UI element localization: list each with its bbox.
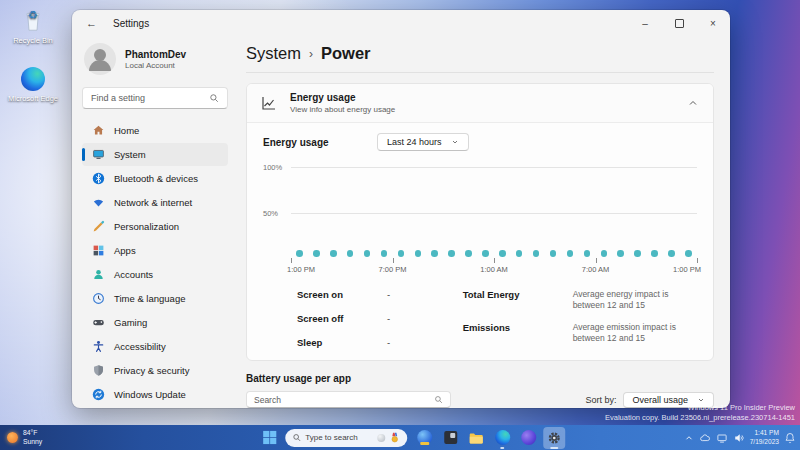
desktop-icon-label: Recycle Bin: [13, 36, 53, 45]
stat-value: -: [387, 337, 390, 348]
sidebar-item-privacy-security[interactable]: Privacy & security: [82, 359, 228, 382]
start-button[interactable]: [259, 428, 279, 448]
settings-search-input[interactable]: Find a setting: [82, 87, 228, 109]
sidebar-nav: HomeSystemBluetooth & devicesNetwork & i…: [82, 119, 228, 406]
user-account[interactable]: PhantomDev Local Account: [82, 38, 228, 79]
energy-card-title: Energy usage: [290, 92, 395, 103]
stat-row-total-energy: Total EnergyAverage energy impact is bet…: [463, 289, 697, 312]
settings-search-placeholder: Find a setting: [91, 93, 205, 103]
sidebar-item-system[interactable]: System: [82, 143, 228, 166]
sidebar-item-bluetooth-devices[interactable]: Bluetooth & devices: [82, 167, 228, 190]
desktop-icon-edge[interactable]: Microsoft Edge: [4, 66, 62, 103]
taskbar-app-copilot-preview-icon[interactable]: [413, 427, 435, 449]
accounts-icon: [92, 268, 105, 281]
sidebar-item-apps[interactable]: Apps: [82, 239, 228, 262]
content-scroll-area: Energy usage View info about energy usag…: [246, 73, 714, 408]
copilot-preview-icon: [417, 430, 432, 445]
close-button[interactable]: ×: [696, 10, 730, 36]
window-title: Settings: [113, 18, 149, 29]
tray-date: 7/19/2023: [750, 438, 779, 447]
home-icon: [92, 124, 105, 137]
gridline-50: [291, 213, 697, 214]
taskbar-app-edge-icon[interactable]: [491, 427, 513, 449]
breadcrumb-separator: ›: [309, 47, 313, 61]
sidebar-item-accounts[interactable]: Accounts: [82, 263, 228, 286]
energy-usage-filter-label: Energy usage: [263, 137, 377, 148]
apps-icon: [92, 244, 105, 257]
store-icon: [521, 430, 536, 445]
stat-row-screen-off: Screen off-: [297, 313, 463, 324]
sidebar-item-label: Time & language: [114, 293, 185, 304]
sidebar-item-gaming[interactable]: Gaming: [82, 311, 228, 334]
taskbar-app-store-icon[interactable]: [517, 427, 539, 449]
sidebar-item-label: Apps: [114, 245, 136, 256]
energy-stats-left: Screen on-Screen off-Sleep-: [263, 289, 463, 348]
stat-label: Screen on: [297, 289, 387, 300]
system-icon: [92, 148, 105, 161]
sidebar-item-label: Privacy & security: [114, 365, 190, 376]
sidebar-item-label: Bluetooth & devices: [114, 173, 198, 184]
stat-value: Average energy impact is between 12 and …: [573, 289, 697, 312]
sidebar-item-personalization[interactable]: Personalization: [82, 215, 228, 238]
minimize-button[interactable]: –: [628, 10, 662, 36]
notifications-bell-icon[interactable]: [784, 432, 796, 444]
maximize-button[interactable]: [662, 10, 696, 36]
sidebar-item-label: Home: [114, 125, 139, 136]
stat-value: Average emission impact is between 12 an…: [573, 322, 697, 345]
clock[interactable]: 1:41 PM 7/19/2023: [750, 429, 779, 446]
energy-card-subtitle: View info about energy usage: [290, 105, 395, 114]
taskbar-app-settings-icon[interactable]: [543, 427, 565, 449]
windows-start-icon: [262, 430, 277, 445]
search-icon: [209, 93, 219, 103]
taskbar-app-task-view-icon[interactable]: [439, 427, 461, 449]
energy-usage-card-header[interactable]: Energy usage View info about energy usag…: [247, 84, 713, 123]
taskbar-app-file-explorer-icon[interactable]: [465, 427, 487, 449]
x-tick-mark: [596, 258, 597, 263]
stat-value: -: [387, 313, 390, 324]
chevron-down-icon: [451, 138, 459, 146]
desktop-icon-label: Microsoft Edge: [8, 94, 58, 103]
personalization-icon: [92, 220, 105, 233]
sidebar-item-home[interactable]: Home: [82, 119, 228, 142]
sidebar-item-windows-update[interactable]: Windows Update: [82, 383, 228, 406]
maximize-icon: [675, 19, 684, 28]
app-search-input[interactable]: Search: [246, 391, 451, 408]
onedrive-cloud-icon[interactable]: [699, 432, 711, 444]
taskbar-search-input[interactable]: Type to search: [285, 429, 407, 447]
sidebar-item-accessibility[interactable]: Accessibility: [82, 335, 228, 358]
taskbar-center: Type to search: [259, 425, 565, 450]
windows-update-icon: [92, 388, 105, 401]
y-axis-tick-label: 50%: [263, 209, 278, 218]
stat-label: Emissions: [463, 322, 573, 345]
bluetooth-icon: [92, 172, 105, 185]
x-tick-mark: [291, 258, 292, 263]
sidebar-item-time-language[interactable]: Time & language: [82, 287, 228, 310]
chevron-up-icon[interactable]: [687, 97, 699, 109]
volume-icon[interactable]: [733, 432, 745, 444]
time-range-dropdown[interactable]: Last 24 hours: [377, 133, 469, 151]
page-title: Power: [321, 44, 371, 63]
time-range-value: Last 24 hours: [387, 137, 442, 147]
y-axis-tick-label: 100%: [263, 163, 282, 172]
back-button[interactable]: ←: [86, 17, 97, 29]
stat-label: Sleep: [297, 337, 387, 348]
x-tick-label: 1:00 AM: [480, 265, 508, 274]
battery-usage-heading: Battery usage per app: [246, 373, 714, 384]
user-name: PhantomDev: [125, 49, 186, 60]
sidebar-item-network-internet[interactable]: Network & internet: [82, 191, 228, 214]
recycle-bin-icon: ♻: [20, 8, 46, 34]
tray-chevron-up-icon[interactable]: [684, 433, 694, 443]
desktop-icon-recycle-bin[interactable]: ♻ Recycle Bin: [4, 8, 62, 45]
stat-label: Total Energy: [463, 289, 573, 312]
sidebar-item-label: Gaming: [114, 317, 147, 328]
network-icon[interactable]: [716, 432, 728, 444]
widgets-weather-button[interactable]: 84°F Sunny: [7, 425, 42, 450]
x-tick-mark: [494, 258, 495, 263]
breadcrumb-parent[interactable]: System: [246, 44, 301, 63]
app-search-placeholder: Search: [254, 395, 430, 405]
search-ball-icon: [377, 434, 385, 442]
sidebar-item-label: Network & internet: [114, 197, 192, 208]
energy-card-body: Energy usage Last 24 hours 100% 50%: [247, 123, 713, 360]
x-tick-label: 1:00 PM: [287, 265, 315, 274]
tray-time: 1:41 PM: [750, 429, 779, 438]
